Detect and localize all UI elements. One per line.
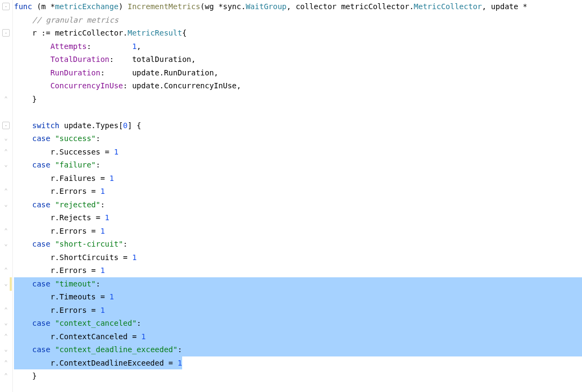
structure-mark-icon: ⌃ — [2, 187, 10, 195]
structure-mark-icon: ⌄ — [2, 201, 10, 208]
gutter[interactable]: --⌃-⌄⌃⌄⌃⌄⌃⌄⌃⌄⌃⌄⌃⌄⌃⌃ — [0, 0, 13, 392]
change-marker — [10, 277, 12, 291]
code-line[interactable]: r.Errors = 1 — [14, 225, 582, 238]
code-line[interactable]: RunDuration: update.RunDuration, — [14, 66, 582, 80]
code-line[interactable]: case "context_deadline_exceeded": — [14, 343, 582, 356]
code-line[interactable]: r.Successes = 1 — [14, 145, 582, 159]
code-line[interactable]: ConcurrencyInUse: update.ConcurrencyInUs… — [14, 79, 582, 93]
structure-mark-icon: ⌄ — [2, 135, 10, 142]
code-line[interactable]: r.Errors = 1 — [14, 304, 582, 317]
structure-mark-icon: ⌄ — [2, 280, 10, 288]
code-line[interactable]: case "timeout": — [14, 277, 582, 291]
code-line[interactable]: } — [14, 369, 582, 383]
code-line[interactable]: r.ContextCanceled = 1 — [14, 330, 582, 344]
code-line[interactable]: Attempts: 1, — [14, 40, 582, 53]
code-line[interactable]: case "context_canceled": — [14, 317, 582, 330]
structure-mark-icon: ⌃ — [2, 333, 10, 340]
code-line[interactable]: // granular metrics — [14, 13, 582, 27]
code-line[interactable]: r.Failures = 1 — [14, 172, 582, 185]
structure-mark-icon: ⌃ — [2, 267, 10, 274]
code-line[interactable]: case "short-circuit": — [14, 237, 582, 251]
code-line[interactable]: case "failure": — [14, 158, 582, 172]
structure-mark-icon: ⌃ — [2, 359, 10, 367]
code-area[interactable]: func (m *metricExchange) IncrementMetric… — [13, 0, 582, 392]
structure-mark-icon: ⌃ — [2, 372, 10, 380]
code-editor[interactable]: --⌃-⌄⌃⌄⌃⌄⌃⌄⌃⌄⌃⌄⌃⌄⌃⌃ func (m *metricExcha… — [0, 0, 582, 392]
structure-mark-icon: ⌄ — [2, 346, 10, 353]
structure-mark-icon: ⌃ — [2, 148, 10, 156]
code-line[interactable]: r.Errors = 1 — [14, 185, 582, 198]
code-line[interactable]: r.Rejects = 1 — [14, 211, 582, 225]
code-line[interactable]: func (m *metricExchange) IncrementMetric… — [14, 0, 582, 13]
code-line[interactable]: r.ContextDeadlineExceeded = 1 — [14, 356, 582, 370]
code-line[interactable]: r.Timeouts = 1 — [14, 290, 582, 304]
code-line[interactable]: } — [14, 93, 582, 106]
code-line[interactable] — [14, 106, 582, 119]
code-line[interactable]: case "success": — [14, 132, 582, 145]
structure-mark-icon: ⌄ — [2, 240, 10, 248]
structure-mark-icon: ⌃ — [2, 227, 10, 235]
code-line[interactable]: switch update.Types[0] { — [14, 119, 582, 132]
code-line[interactable]: r.Errors = 1 — [14, 264, 582, 277]
code-line[interactable]: r := metricCollector.MetricResult{ — [14, 26, 582, 40]
structure-mark-icon: ⌄ — [2, 161, 10, 169]
code-line[interactable]: TotalDuration: totalDuration, — [14, 53, 582, 66]
fold-toggle-icon[interactable]: - — [2, 29, 10, 37]
code-line[interactable]: case "rejected": — [14, 198, 582, 212]
code-line[interactable]: r.ShortCircuits = 1 — [14, 251, 582, 264]
structure-mark-icon: ⌃ — [2, 306, 10, 314]
fold-toggle-icon[interactable]: - — [2, 3, 10, 10]
structure-mark-icon: ⌃ — [2, 95, 10, 103]
fold-toggle-icon[interactable]: - — [2, 122, 10, 129]
structure-mark-icon: ⌄ — [2, 319, 10, 327]
